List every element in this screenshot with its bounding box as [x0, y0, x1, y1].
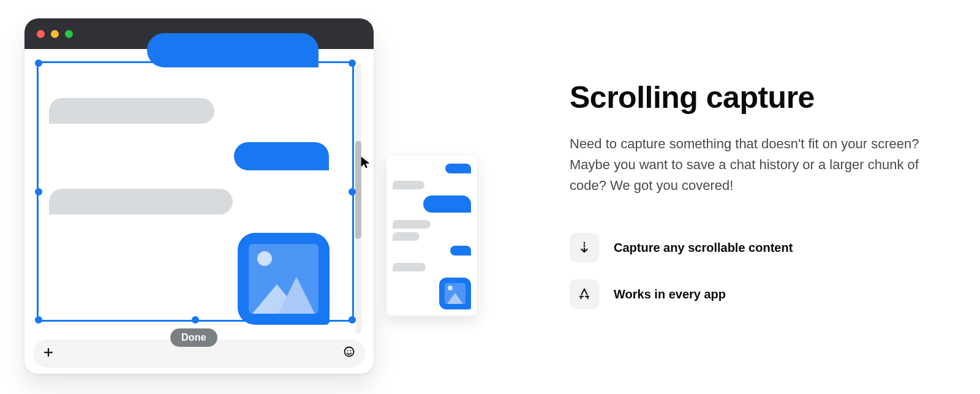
chat-image-attachment — [238, 233, 330, 325]
window-close-dot[interactable] — [37, 30, 45, 38]
feature-body: Need to capture something that doesn't f… — [570, 134, 937, 196]
svg-point-0 — [345, 347, 354, 357]
chat-bubble-received — [393, 181, 424, 189]
chat-bubble-received — [393, 232, 420, 241]
window-minimize-dot[interactable] — [51, 30, 59, 38]
feature-copy: Scrolling capture Need to capture someth… — [570, 80, 937, 326]
arrow-down-dashed-icon — [570, 233, 599, 262]
capture-preview-thumbnail — [386, 154, 478, 316]
chat-bubble-sent — [445, 164, 471, 173]
svg-point-2 — [350, 350, 352, 351]
emoji-icon[interactable] — [343, 346, 355, 362]
chat-bubble-received — [49, 98, 214, 124]
window-zoom-dot[interactable] — [65, 30, 73, 38]
chat-bubble-sent — [147, 33, 318, 67]
chat-bubble-received — [393, 220, 431, 229]
feature-item: Works in every app — [570, 279, 937, 309]
chat-body — [24, 49, 374, 374]
feature-item-label: Capture any scrollable content — [614, 241, 793, 255]
feature-item: Capture any scrollable content — [570, 233, 937, 262]
feature-item-label: Works in every app — [614, 287, 726, 301]
chat-bubble-sent — [450, 246, 471, 256]
chat-bubble-received — [49, 189, 233, 214]
cursor-icon — [360, 156, 373, 169]
chat-bubble-received — [393, 263, 426, 271]
chat-bubble-sent — [423, 195, 471, 213]
mock-app-window — [24, 18, 374, 374]
svg-point-1 — [347, 350, 349, 351]
image-icon — [249, 244, 318, 314]
add-attachment-icon[interactable] — [43, 346, 54, 362]
app-store-icon — [570, 279, 599, 309]
feature-headline: Scrolling capture — [570, 80, 937, 115]
image-icon — [445, 283, 466, 304]
chat-bubble-sent — [234, 142, 329, 170]
capture-done-button[interactable]: Done — [170, 328, 217, 347]
chat-image-attachment — [439, 278, 471, 309]
